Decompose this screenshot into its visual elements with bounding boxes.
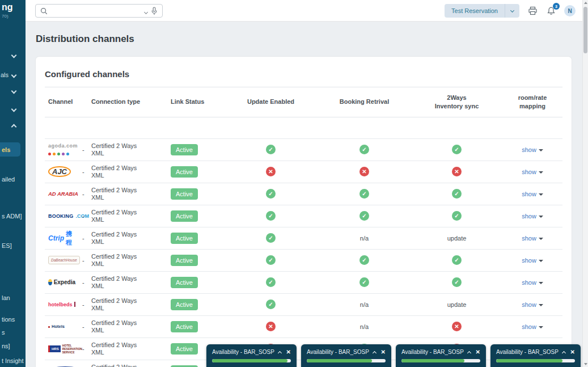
scroll-down-button[interactable] — [583, 361, 588, 367]
sidebar-link-4[interactable]: lan — [2, 294, 10, 301]
status-badge: Active — [171, 233, 198, 244]
connection-type-cell: Certified 2 WaysXML — [88, 138, 167, 161]
page-scrollbar[interactable] — [582, 0, 588, 367]
check-icon: ✓ — [266, 299, 276, 309]
channel-logo-hotels: Hotels — [48, 324, 75, 329]
page-title: Distribution channels — [36, 33, 134, 45]
sidebar-item-3[interactable] — [9, 89, 16, 93]
avatar[interactable]: N — [564, 5, 576, 16]
inventory-sync-cell: ✓ — [411, 271, 502, 293]
sidebar-item-4[interactable] — [9, 107, 16, 111]
cross-icon: ✕ — [266, 322, 276, 331]
sidebar-item-distribution-channels-active[interactable]: els — [0, 142, 20, 157]
connection-type-cell: Certified 2 WaysXML — [88, 227, 167, 249]
inventory-sync-cell: ✓ — [411, 183, 502, 205]
sidebar-link-7[interactable]: ns] — [2, 343, 10, 349]
update-enabled-cell: ✓ — [224, 205, 318, 227]
mapping-cell: show — [502, 183, 562, 205]
link-status-cell: Active — [167, 161, 224, 183]
show-dropdown[interactable]: show — [522, 191, 543, 197]
printer-icon — [528, 6, 538, 15]
show-dropdown[interactable]: show — [522, 168, 543, 175]
search-input[interactable] — [51, 7, 141, 14]
channel-dash: - — [79, 138, 88, 161]
sidebar-item-5-expanded[interactable] — [9, 125, 16, 129]
link-status-cell: Active — [167, 249, 224, 271]
chevron-down-icon — [11, 88, 17, 94]
collapse-icon[interactable] — [373, 351, 377, 355]
microphone-icon[interactable] — [151, 7, 158, 15]
cross-icon: ✕ — [452, 167, 462, 176]
test-reservation-dropdown[interactable] — [505, 4, 519, 18]
toast-notification: Availability - BAR_SOSP ✕ — [396, 344, 486, 367]
link-status-cell: Active — [167, 205, 224, 227]
channel-dash: - — [79, 227, 88, 249]
collapse-icon[interactable] — [467, 351, 471, 355]
collapse-icon[interactable] — [278, 351, 282, 355]
toast-notification: Availability - BAR_SOSP ✕ — [301, 344, 391, 367]
status-badge: Active — [171, 299, 198, 310]
table-row-booking: BOOKING.COM-Certified 2 WaysXMLActive✓✓✓… — [45, 205, 562, 227]
inventory-sync-cell: ✓ — [411, 205, 502, 227]
caret-down-icon — [539, 216, 543, 218]
check-icon: ✓ — [452, 255, 462, 265]
show-dropdown[interactable]: show — [522, 301, 543, 308]
show-dropdown[interactable]: show — [522, 257, 543, 264]
app-logo[interactable]: ng — [2, 2, 13, 12]
booking-retrival-cell: ✓ — [318, 249, 411, 271]
check-icon: ✓ — [452, 277, 462, 287]
close-icon[interactable]: ✕ — [476, 349, 480, 355]
table-row-hotelbeds: hotelbeds-Certified 2 WaysXMLActive✓n/au… — [45, 293, 562, 315]
close-icon[interactable]: ✕ — [286, 349, 291, 355]
channel-dash: - — [79, 249, 88, 271]
connection-type-cell: Certified 2 WaysXML — [88, 183, 167, 205]
table-row-expedia: Expedia-Certified 2 WaysXMLActive✓✓✓show — [45, 271, 562, 293]
close-icon[interactable]: ✕ — [381, 349, 386, 355]
link-status-cell: Active — [167, 138, 224, 161]
print-button[interactable] — [527, 5, 538, 16]
test-reservation-button[interactable]: Test Reservation — [445, 4, 505, 18]
show-dropdown[interactable]: show — [522, 146, 543, 153]
sidebar-link-1[interactable]: ailed — [2, 176, 15, 183]
show-dropdown[interactable]: show — [522, 235, 543, 242]
collapse-icon[interactable] — [562, 351, 566, 355]
sidebar-link-6[interactable]: s — [2, 329, 5, 336]
chevron-down-icon — [11, 107, 17, 112]
mapping-cell: show — [502, 161, 562, 183]
show-dropdown[interactable]: show — [522, 323, 543, 330]
status-badge: Active — [171, 277, 198, 288]
inventory-sync-cell: update — [411, 227, 502, 249]
channel-logo-agoda: agoda.com — [48, 143, 75, 157]
cross-icon: ✕ — [359, 167, 369, 176]
table-row-adarabia: AD ARABIA-Certified 2 WaysXMLActive✓✓✓sh… — [45, 183, 562, 205]
progress-bar — [496, 359, 575, 362]
inventory-sync-cell: ✕ — [411, 315, 502, 338]
status-badge: Active — [171, 343, 198, 355]
channel-logo-expedia: Expedia — [48, 279, 75, 285]
check-icon: ✓ — [452, 211, 462, 221]
toast-title: Availability - BAR_SOSP — [307, 349, 369, 355]
channel-dash: - — [79, 161, 88, 183]
show-dropdown[interactable]: show — [522, 279, 543, 286]
scroll-up-button[interactable] — [583, 0, 588, 6]
sidebar-link-5[interactable]: tions — [2, 316, 15, 323]
progress-fill — [496, 359, 562, 362]
close-icon[interactable]: ✕ — [570, 349, 575, 355]
show-dropdown[interactable]: show — [522, 213, 543, 220]
arrow-down-icon — [584, 363, 587, 365]
connection-type-cell: Certified 2 WaysXML — [88, 338, 167, 360]
channel-logo-ctrip: Ctrip携程 — [48, 230, 75, 247]
mapping-cell: show — [502, 249, 562, 271]
header-update-enabled: Update Enabled — [224, 87, 318, 117]
scrollbar-thumb[interactable] — [583, 7, 587, 53]
sidebar-item-2[interactable]: als — [1, 71, 16, 78]
search-chevron-icon[interactable] — [145, 6, 147, 16]
sidebar-link-3[interactable]: ES] — [2, 242, 12, 249]
inventory-sync-cell: ✕ — [411, 161, 502, 183]
notifications-button[interactable]: 3 — [545, 5, 557, 16]
sidebar-item-1[interactable] — [9, 53, 16, 57]
sidebar-link-2[interactable]: s ADM] — [2, 213, 22, 220]
caret-down-icon — [539, 260, 543, 262]
status-badge: Active — [171, 321, 198, 332]
sidebar-link-8[interactable]: t Insight — [2, 357, 24, 364]
